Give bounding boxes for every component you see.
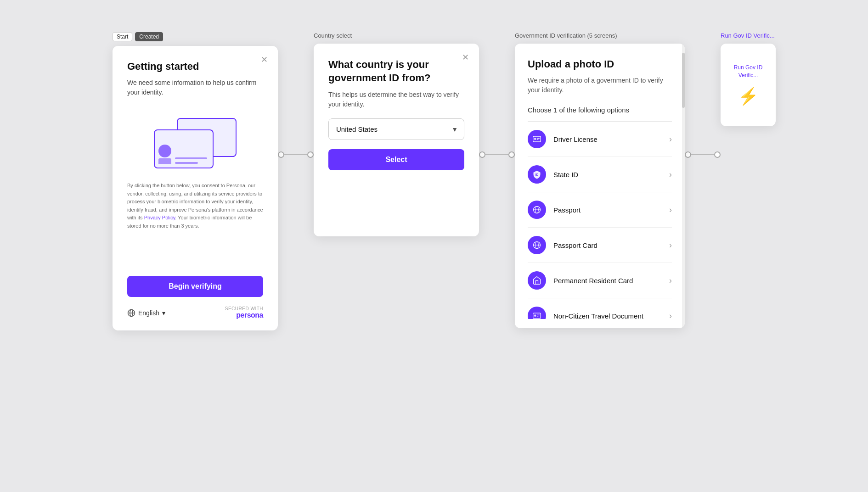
country-select-wrapper: United States Canada United Kingdom Aust… [328,118,464,140]
govid-title: Upload a photo ID [528,58,672,70]
language-label: English [138,309,159,317]
state-id-label: State ID [553,171,669,179]
privacy-link[interactable]: Privacy Policy [144,215,175,220]
connector-dot-left [278,151,284,158]
option-non-citizen[interactable]: Non-Citizen Travel Document › [528,298,672,319]
passport-card-chevron: › [669,240,672,250]
connector-1 [278,151,314,158]
svg-text:ID: ID [535,173,539,176]
lightning-icon: ⚡ [738,87,759,106]
connector-line-3 [691,154,714,155]
passport-chevron: › [669,205,672,215]
connector-line-2 [485,154,508,155]
partial-label: Run Gov ID Verific... [721,32,775,39]
driver-license-label: Driver License [553,135,669,143]
partial-panel-wrapper: Run Gov ID Verific... Run Gov ID Verific… [721,32,776,126]
connector-dot-right [307,151,314,158]
non-citizen-icon [528,307,546,319]
option-driver-license[interactable]: Driver License › [528,122,672,157]
country-panel-label: Country select [314,32,352,39]
run-gov-label: Run Gov ID Verific... [728,64,768,79]
connector-dot-left-3 [685,151,691,158]
driver-license-icon [528,130,546,148]
passport-icon [528,201,546,219]
svg-rect-21 [534,315,536,317]
partial-panel: Run Gov ID Verific... ⚡ [721,44,776,126]
permanent-resident-chevron: › [669,276,672,285]
passport-card-icon [528,236,546,254]
driver-license-chevron: › [669,134,672,144]
select-button[interactable]: Select [328,149,464,170]
panel-title: Getting started [127,61,263,73]
tab-created[interactable]: Created [135,32,163,41]
country-dropdown[interactable]: United States Canada United Kingdom Aust… [328,118,464,140]
connector-dot-right-2 [508,151,515,158]
svg-rect-20 [533,313,541,319]
non-citizen-label: Non-Citizen Travel Document [553,312,669,319]
passport-card-label: Passport Card [553,241,669,249]
tab-start[interactable]: Start [113,32,132,41]
svg-rect-10 [534,138,536,140]
connector-line [284,154,307,155]
disclaimer-text: By clicking the button below, you consen… [127,182,263,267]
scroll-thumb [682,53,685,108]
option-passport-card[interactable]: Passport Card › [528,228,672,263]
id-card-front [154,129,214,168]
country-helper: This helps us determine the best way to … [328,90,464,109]
passport-label: Passport [553,206,669,214]
close-button[interactable]: ✕ [258,53,271,66]
state-id-icon: ID [528,165,546,184]
option-passport[interactable]: Passport › [528,192,672,228]
govid-panel-label: Government ID verification (5 screens) [515,32,617,39]
govid-description: We require a photo of a government ID to… [528,76,672,95]
country-close-button[interactable]: ✕ [459,51,472,64]
language-selector[interactable]: English ▾ [127,309,165,317]
secured-with-text: SECURED WITH [225,306,263,311]
connector-3 [685,151,721,158]
globe-icon [127,309,135,317]
govid-scrollable[interactable]: Upload a photo ID We require a photo of … [515,44,685,319]
id-illustration [127,116,263,171]
connector-2 [479,151,515,158]
govid-panel: Upload a photo ID We require a photo of … [515,44,685,328]
dropdown-arrow: ▾ [162,309,165,317]
option-state-id[interactable]: ID State ID › [528,157,672,192]
options-title: Choose 1 of the following options [528,106,672,114]
svg-rect-9 [533,136,541,142]
state-id-chevron: › [669,170,672,179]
non-citizen-chevron: › [669,311,672,319]
begin-verifying-button[interactable]: Begin verifying [127,276,263,297]
option-permanent-resident[interactable]: Permanent Resident Card › [528,263,672,298]
persona-brand: SECURED WITH persona [225,306,263,319]
country-select-panel: ✕ What country is your government ID fro… [314,44,479,236]
card-footer: English ▾ SECURED WITH persona [127,306,263,319]
connector-dot-left-2 [479,151,485,158]
connector-dot-right-3 [714,151,721,158]
country-question: What country is your government ID from? [328,58,464,84]
permanent-resident-icon [528,271,546,290]
scroll-track [682,44,685,328]
partial-panel-label: Run Gov ID Verific... [721,32,775,39]
panel-subtitle: We need some information to help us conf… [127,78,263,97]
permanent-resident-label: Permanent Resident Card [553,277,669,285]
persona-logo: persona [236,311,263,319]
getting-started-panel: ✕ Getting started We need some informati… [113,46,278,330]
